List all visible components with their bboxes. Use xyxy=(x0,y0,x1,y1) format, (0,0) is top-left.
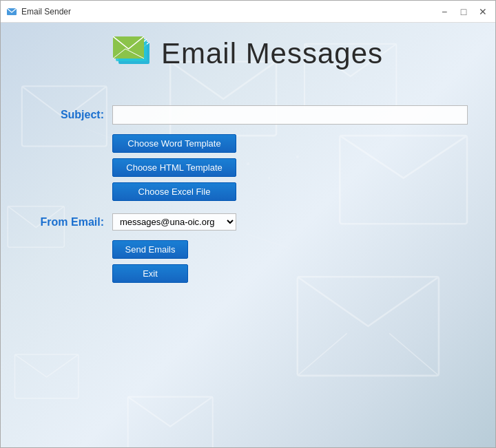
minimize-button[interactable]: − xyxy=(437,5,451,19)
title-bar-controls: − □ ✕ xyxy=(437,5,490,19)
form-area: Subject: Choose Word Template Choose HTM… xyxy=(28,85,468,283)
maximize-button[interactable]: □ xyxy=(457,5,471,19)
from-email-row: From Email: messages@una-oic.org xyxy=(28,213,468,231)
app-window: Email Sender − □ ✕ xyxy=(0,0,496,448)
choose-html-template-button[interactable]: Choose HTML Template xyxy=(112,158,236,177)
app-logo xyxy=(113,36,154,71)
exit-button[interactable]: Exit xyxy=(112,264,188,283)
choose-excel-file-button[interactable]: Choose Excel File xyxy=(112,182,236,201)
subject-row: Subject: xyxy=(28,105,468,125)
send-emails-button[interactable]: Send Emails xyxy=(112,240,188,259)
title-bar-icon xyxy=(6,6,17,17)
title-bar: Email Sender − □ ✕ xyxy=(1,1,495,23)
app-header: Email Messages xyxy=(113,36,383,71)
close-button[interactable]: ✕ xyxy=(476,5,490,19)
from-email-select[interactable]: messages@una-oic.org xyxy=(112,213,236,231)
action-buttons: Send Emails Exit xyxy=(112,240,468,283)
template-buttons: Choose Word Template Choose HTML Templat… xyxy=(112,134,468,201)
main-content: Email Messages Subject: Choose Word Temp… xyxy=(1,23,495,447)
content-layer: Email Messages Subject: Choose Word Temp… xyxy=(1,23,495,447)
subject-input[interactable] xyxy=(112,105,468,125)
subject-label: Subject: xyxy=(28,109,104,121)
from-email-label: From Email: xyxy=(28,216,104,228)
app-title: Email Messages xyxy=(161,37,383,70)
title-bar-text: Email Sender xyxy=(21,7,437,17)
choose-word-template-button[interactable]: Choose Word Template xyxy=(112,134,236,153)
